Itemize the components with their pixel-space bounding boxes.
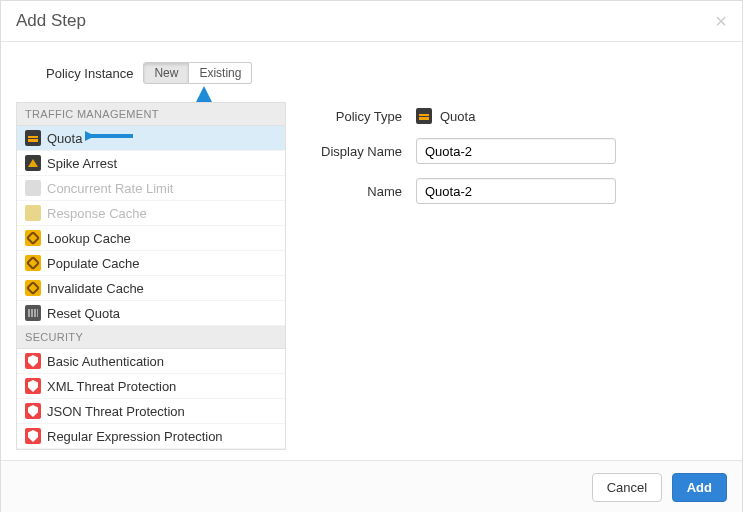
policy-type-text: Quota (440, 109, 475, 124)
policy-regex-protection[interactable]: Regular Expression Protection (17, 424, 285, 449)
body-columns: TRAFFIC MANAGEMENT Quota Spike Arrest (16, 102, 727, 450)
name-input[interactable] (416, 178, 616, 204)
modal-footer: Cancel Add (1, 460, 742, 512)
row-display-name: Display Name (306, 138, 727, 164)
policy-invalidate-cache[interactable]: Invalidate Cache (17, 276, 285, 301)
policy-label: Lookup Cache (47, 231, 131, 246)
instance-existing-button[interactable]: Existing (189, 62, 252, 84)
category-traffic-header: TRAFFIC MANAGEMENT (17, 103, 285, 126)
modal-header: Add Step × (1, 1, 742, 42)
policy-spike-arrest[interactable]: Spike Arrest (17, 151, 285, 176)
label-name: Name (306, 184, 416, 199)
policy-concurrent-rate-limit: Concurrent Rate Limit (17, 176, 285, 201)
policy-label: Reset Quota (47, 306, 120, 321)
policy-lookup-cache[interactable]: Lookup Cache (17, 226, 285, 251)
close-icon[interactable]: × (715, 11, 727, 31)
lookup-cache-icon (25, 230, 41, 246)
policy-instance-row: Policy Instance New Existing (46, 62, 727, 84)
policy-label: JSON Threat Protection (47, 404, 185, 419)
display-name-input[interactable] (416, 138, 616, 164)
policy-reset-quota[interactable]: Reset Quota (17, 301, 285, 326)
policy-label: Quota (47, 131, 82, 146)
shield-icon (25, 428, 41, 444)
row-policy-type: Policy Type Quota (306, 108, 727, 124)
policy-populate-cache[interactable]: Populate Cache (17, 251, 285, 276)
reset-quota-icon (25, 305, 41, 321)
shield-icon (25, 403, 41, 419)
policy-label: Invalidate Cache (47, 281, 144, 296)
row-name: Name (306, 178, 727, 204)
add-button[interactable]: Add (672, 473, 727, 502)
policy-basic-auth[interactable]: Basic Authentication (17, 349, 285, 374)
add-step-modal: Add Step × Policy Instance New Existing … (0, 0, 743, 512)
policy-label: Response Cache (47, 206, 147, 221)
policy-response-cache: Response Cache (17, 201, 285, 226)
annotation-arrow-quota-icon (85, 124, 135, 148)
policy-label: Basic Authentication (47, 354, 164, 369)
shield-icon (25, 378, 41, 394)
populate-cache-icon (25, 255, 41, 271)
policy-instance-label: Policy Instance (46, 66, 133, 81)
policy-label: XML Threat Protection (47, 379, 176, 394)
cancel-button[interactable]: Cancel (592, 473, 662, 502)
spike-icon (25, 155, 41, 171)
policy-quota[interactable]: Quota (17, 126, 285, 151)
modal-title: Add Step (16, 11, 86, 31)
policy-label: Regular Expression Protection (47, 429, 223, 444)
shield-icon (25, 353, 41, 369)
policy-list[interactable]: TRAFFIC MANAGEMENT Quota Spike Arrest (16, 102, 286, 450)
label-display-name: Display Name (306, 144, 416, 159)
policy-label: Spike Arrest (47, 156, 117, 171)
label-policy-type: Policy Type (306, 109, 416, 124)
value-policy-type: Quota (416, 108, 475, 124)
response-cache-icon (25, 205, 41, 221)
rate-icon (25, 180, 41, 196)
instance-new-button[interactable]: New (143, 62, 189, 84)
modal-body: Policy Instance New Existing TRAFFIC MAN… (1, 42, 742, 460)
instance-toggle-group: New Existing (143, 62, 252, 84)
category-security-header: SECURITY (17, 326, 285, 349)
quota-icon (25, 130, 41, 146)
policy-json-threat[interactable]: JSON Threat Protection (17, 399, 285, 424)
policy-label: Concurrent Rate Limit (47, 181, 173, 196)
policy-form: Policy Type Quota Display Name Name (306, 102, 727, 450)
invalidate-cache-icon (25, 280, 41, 296)
policy-label: Populate Cache (47, 256, 140, 271)
policy-xml-threat[interactable]: XML Threat Protection (17, 374, 285, 399)
quota-icon (416, 108, 432, 124)
